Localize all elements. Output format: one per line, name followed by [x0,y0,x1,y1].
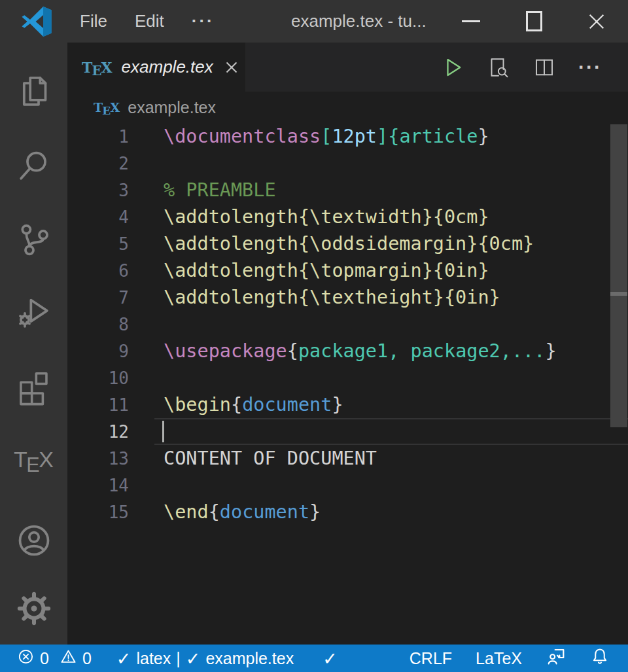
code-line[interactable]: 2 [67,150,628,177]
sidebar-item-search[interactable] [0,137,67,194]
separator: | [176,649,181,668]
pdf-preview-button[interactable] [487,56,510,79]
check-icon: ✓ [323,648,338,669]
maximize-button[interactable] [502,0,565,43]
vscode-logo-icon [21,6,52,37]
split-editor-icon [532,56,556,79]
files-icon [16,73,52,110]
split-editor-button[interactable] [532,56,556,79]
tex-icon: TEX [14,447,54,472]
window-title: example.tex - tu... [291,0,427,43]
errors-icon [17,648,35,669]
code-text: \usepackage{package1, package2,...} [164,338,557,364]
run-debug-icon [16,293,52,330]
line-number: 12 [67,422,129,442]
breadcrumb-file[interactable]: example.tex [128,98,216,117]
line-number: 5 [67,234,129,254]
warnings-icon [60,648,77,669]
line-number: 6 [67,261,129,281]
editor-scrollbar [610,123,627,645]
menu-more-icon[interactable]: ··· [192,11,215,31]
sidebar-item-explorer[interactable] [0,63,67,120]
code-line[interactable]: 4\addtolength{\textwidth}{0cm} [67,203,628,230]
code-line[interactable]: 6\addtolength{\topmargin}{0in} [67,257,628,284]
code-line[interactable]: 3% PREAMBLE [67,177,628,203]
line-number: 15 [67,503,129,522]
code-line[interactable]: 11\begin{document} [67,391,628,418]
latex-compile-check[interactable]: ✓ [323,648,338,669]
tab-label: example.tex [122,57,213,77]
play-icon [441,56,464,79]
sidebar-item-source-control[interactable] [0,211,67,268]
menu-file[interactable]: File [80,11,107,31]
code-line[interactable]: 13CONTENT OF DOCUMENT [67,445,628,472]
code-line[interactable]: 15\end{document} [67,499,628,525]
code-line[interactable]: 8 [67,311,628,338]
tex-file-icon: TEX [82,59,113,76]
error-count: 0 [40,649,49,668]
problems-button[interactable]: 0 0 [17,648,92,669]
code-text: \begin{document} [164,391,343,418]
settings-button[interactable] [0,580,67,637]
code-text: \documentclass[12pt]{article} [164,123,489,150]
code-line[interactable]: 14 [67,472,628,499]
tab-example-tex[interactable]: TEX example.tex [67,43,245,92]
menu-edit[interactable]: Edit [135,11,164,31]
line-number: 4 [67,207,129,227]
line-number: 9 [67,342,129,361]
file-status-label: example.tex [205,649,294,668]
code-text: \addtolength{\textwidth}{0cm} [164,203,489,230]
breadcrumb: TEX example.tex [67,92,628,123]
code-line[interactable]: 9\usepackage{package1, package2,...} [67,338,628,364]
account-button[interactable] [0,512,67,569]
line-number: 3 [67,181,129,200]
overview-cursor-marker [610,292,627,296]
tab-close-button[interactable] [224,60,239,75]
code-area: 1\documentclass[12pt]{article}23% PREAMB… [67,123,628,525]
minimize-icon [462,20,480,22]
code-editor[interactable]: 1\documentclass[12pt]{article}23% PREAMB… [67,123,628,645]
notifications-bell-icon[interactable] [590,646,610,670]
line-number: 14 [67,476,129,495]
code-line[interactable]: 12 [67,418,628,445]
check-icon: ✓ [116,648,131,669]
scrollbar-thumb[interactable] [610,124,627,427]
gear-icon [16,590,52,627]
code-text: CONTENT OF DOCUMENT [164,445,377,472]
editor-actions: ··· [441,43,628,92]
language-mode-selector[interactable]: LaTeX [476,649,522,668]
line-number: 10 [67,368,129,388]
sidebar-item-latex-workshop[interactable]: TEX [0,431,67,487]
extensions-icon [15,368,53,406]
search-icon [16,147,52,184]
vscode-window: File Edit ··· example.tex - tu... [0,0,628,672]
text-cursor [162,421,164,442]
feedback-icon[interactable] [546,646,567,671]
run-latex-button[interactable] [441,56,464,79]
eol-selector[interactable]: CRLF [410,649,452,668]
build-label: latex [136,649,171,668]
current-line-highlight [154,418,628,445]
close-icon [224,60,239,75]
line-number: 7 [67,288,129,308]
code-line[interactable]: 10 [67,364,628,391]
line-number: 1 [67,127,129,147]
check-icon: ✓ [186,648,201,669]
more-actions-button[interactable]: ··· [578,56,602,79]
code-line[interactable]: 1\documentclass[12pt]{article} [67,123,628,150]
code-text: \addtolength{\oddsidemargin}{0cm} [164,230,534,257]
preview-magnifier-icon [487,56,510,79]
sidebar-item-extensions[interactable] [0,359,67,416]
code-line[interactable]: 7\addtolength{\textheight}{0in} [67,284,628,311]
close-icon [587,12,606,31]
activity-bar: TEX [0,43,67,645]
status-bar: 0 0 ✓ latex | ✓ example.tex ✓ CRLF LaTeX [0,645,628,672]
code-line[interactable]: 5\addtolength{\oddsidemargin}{0cm} [67,230,628,257]
close-button[interactable] [565,0,628,43]
code-text: \addtolength{\topmargin}{0in} [164,257,489,284]
minimize-button[interactable] [440,0,502,43]
code-text: % PREAMBLE [164,177,276,203]
title-bar: File Edit ··· example.tex - tu... [0,0,628,43]
sidebar-item-run-debug[interactable] [0,283,67,340]
latex-build-status[interactable]: ✓ latex | ✓ example.tex [116,648,294,669]
